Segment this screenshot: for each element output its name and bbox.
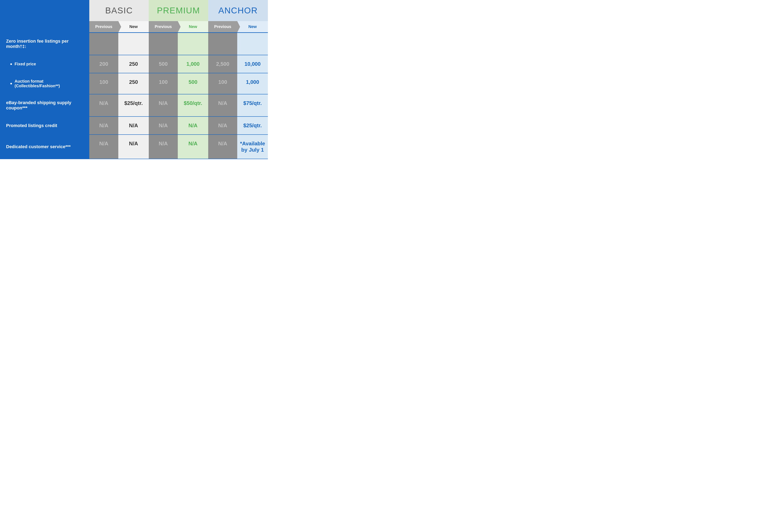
premium-prev-val-promoted-listings: N/A: [149, 117, 178, 134]
basic-values-customer-service: N/A N/A: [89, 135, 149, 159]
premium-prev-val-fixed-price: 500: [149, 55, 178, 73]
tier-premium-name: PREMIUM: [157, 6, 200, 15]
basic-prev-val-shipping-coupon: N/A: [89, 94, 118, 116]
premium-prev-val-shipping-coupon: N/A: [149, 94, 178, 116]
anchor-values-zero-insertion: [208, 33, 268, 55]
anchor-prev-val-zero-insertion: [208, 33, 237, 55]
basic-prev-val-zero-insertion: [89, 33, 118, 55]
row-label-customer-service: Dedicated customer service***: [0, 135, 89, 159]
premium-values-fixed-price: 500 1,000: [149, 55, 208, 73]
anchor-values-fixed-price: 2,500 10,000: [208, 55, 268, 73]
data-rows: Zero insertion fee listings per month†‡:…: [0, 33, 268, 159]
anchor-values-promoted-listings: N/A $25/qtr.: [208, 117, 268, 134]
anchor-prev-val-customer-service: N/A: [208, 135, 237, 159]
row-shipping-coupon: eBay-branded shipping supply coupon*** N…: [0, 94, 268, 117]
basic-prev-val-auction-format: 100: [89, 73, 118, 94]
premium-values-customer-service: N/A N/A: [149, 135, 208, 159]
premium-prev-val-zero-insertion: [149, 33, 178, 55]
anchor-new-val-zero-insertion: [237, 33, 268, 55]
basic-new-val-zero-insertion: [118, 33, 149, 55]
anchor-prev-val-fixed-price: 2,500: [208, 55, 237, 73]
premium-previous-label: Previous: [149, 21, 178, 32]
premium-new-val-customer-service: N/A: [178, 135, 208, 159]
prev-new-header-row: Previous New Previous New Previous New: [0, 21, 268, 33]
row-fixed-price: • Fixed price 200 250 500 1,000 2,500 10…: [0, 55, 268, 73]
basic-new-val-shipping-coupon: $25/qtr.: [118, 94, 149, 116]
tier-anchor-name: ANCHOR: [218, 6, 258, 15]
anchor-new-label: New: [237, 21, 268, 32]
row-label-text-shipping-coupon: eBay-branded shipping supply coupon***: [6, 100, 83, 111]
row-label-fixed-price: • Fixed price: [0, 55, 89, 73]
premium-new-val-auction-format: 500: [178, 73, 208, 94]
premium-prev-new: Previous New: [149, 21, 208, 32]
row-label-promoted-listings: Promoted listings credit: [0, 117, 89, 134]
premium-new-val-promoted-listings: N/A: [178, 117, 208, 134]
row-label-text-zero-insertion: Zero insertion fee listings per month†‡:: [6, 38, 83, 49]
row-label-auction-format: • Auction format (Collectibles/Fashion**…: [0, 73, 89, 94]
tier-header-row: BASIC PREMIUM ANCHOR: [0, 0, 268, 21]
basic-values-auction-format: 100 250: [89, 73, 149, 94]
anchor-new-val-promoted-listings: $25/qtr.: [237, 117, 268, 134]
basic-new-val-auction-format: 250: [118, 73, 149, 94]
anchor-new-val-fixed-price: 10,000: [237, 55, 268, 73]
premium-values-auction-format: 100 500: [149, 73, 208, 94]
premium-prev-val-customer-service: N/A: [149, 135, 178, 159]
premium-values-zero-insertion: [149, 33, 208, 55]
anchor-new-val-customer-service: *Available by July 1: [237, 135, 268, 159]
anchor-previous-label: Previous: [208, 21, 237, 32]
basic-values-zero-insertion: [89, 33, 149, 55]
bullet-icon: •: [10, 81, 12, 87]
anchor-values-auction-format: 100 1,000: [208, 73, 268, 94]
row-promoted-listings: Promoted listings credit N/A N/A N/A N/A…: [0, 117, 268, 135]
basic-prev-val-customer-service: N/A: [89, 135, 118, 159]
basic-new-label: New: [118, 21, 149, 32]
premium-new-val-shipping-coupon: $50/qtr.: [178, 94, 208, 116]
tier-basic-name: BASIC: [105, 6, 133, 15]
anchor-values-shipping-coupon: N/A $75/qtr.: [208, 94, 268, 116]
basic-prev-val-promoted-listings: N/A: [89, 117, 118, 134]
row-auction-format: • Auction format (Collectibles/Fashion**…: [0, 73, 268, 94]
basic-values-fixed-price: 200 250: [89, 55, 149, 73]
basic-values-promoted-listings: N/A N/A: [89, 117, 149, 134]
row-label-text-promoted-listings: Promoted listings credit: [6, 123, 57, 128]
bullet-icon: •: [10, 61, 12, 67]
tier-basic-header: BASIC: [89, 0, 149, 21]
row-zero-insertion: Zero insertion fee listings per month†‡:: [0, 33, 268, 55]
premium-new-val-fixed-price: 1,000: [178, 55, 208, 73]
basic-new-val-promoted-listings: N/A: [118, 117, 149, 134]
row-label-zero-insertion: Zero insertion fee listings per month†‡:: [0, 33, 89, 55]
anchor-prev-val-auction-format: 100: [208, 73, 237, 94]
anchor-new-val-auction-format: 1,000: [237, 73, 268, 94]
row-label-text-fixed-price: Fixed price: [15, 62, 36, 66]
anchor-new-val-shipping-coupon: $75/qtr.: [237, 94, 268, 116]
premium-new-label: New: [178, 21, 208, 32]
anchor-prev-new: Previous New: [208, 21, 268, 32]
basic-new-val-fixed-price: 250: [118, 55, 149, 73]
basic-prev-val-fixed-price: 200: [89, 55, 118, 73]
premium-new-val-zero-insertion: [178, 33, 208, 55]
comparison-table: BASIC PREMIUM ANCHOR Previous New Previo…: [0, 0, 268, 159]
anchor-prev-val-shipping-coupon: N/A: [208, 94, 237, 116]
tier-label-spacer: [0, 0, 89, 21]
basic-previous-label: Previous: [89, 21, 118, 32]
row-label-text-customer-service: Dedicated customer service***: [6, 144, 71, 149]
basic-new-val-customer-service: N/A: [118, 135, 149, 159]
row-label-shipping-coupon: eBay-branded shipping supply coupon***: [0, 94, 89, 116]
basic-prev-new: Previous New: [89, 21, 149, 32]
row-customer-service: Dedicated customer service*** N/A N/A N/…: [0, 135, 268, 159]
tier-anchor-header: ANCHOR: [208, 0, 268, 21]
premium-values-promoted-listings: N/A N/A: [149, 117, 208, 134]
prev-new-spacer: [0, 21, 89, 32]
premium-prev-val-auction-format: 100: [149, 73, 178, 94]
basic-values-shipping-coupon: N/A $25/qtr.: [89, 94, 149, 116]
anchor-prev-val-promoted-listings: N/A: [208, 117, 237, 134]
row-label-text-auction-format: Auction format (Collectibles/Fashion**): [15, 79, 83, 88]
anchor-values-customer-service: N/A *Available by July 1: [208, 135, 268, 159]
tier-premium-header: PREMIUM: [149, 0, 208, 21]
premium-values-shipping-coupon: N/A $50/qtr.: [149, 94, 208, 116]
